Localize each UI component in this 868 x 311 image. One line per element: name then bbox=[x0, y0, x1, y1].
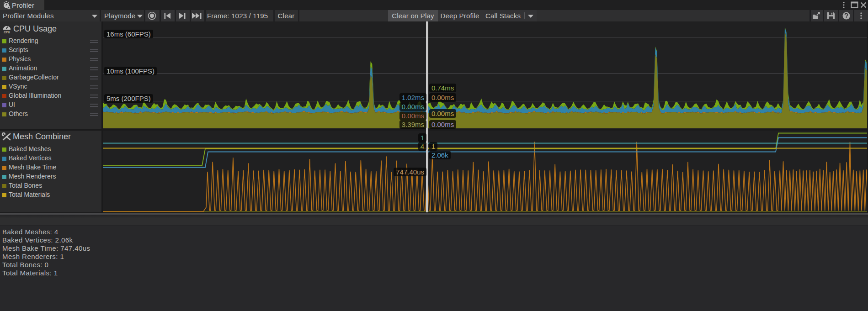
svg-text:CPU: CPU bbox=[4, 31, 10, 34]
